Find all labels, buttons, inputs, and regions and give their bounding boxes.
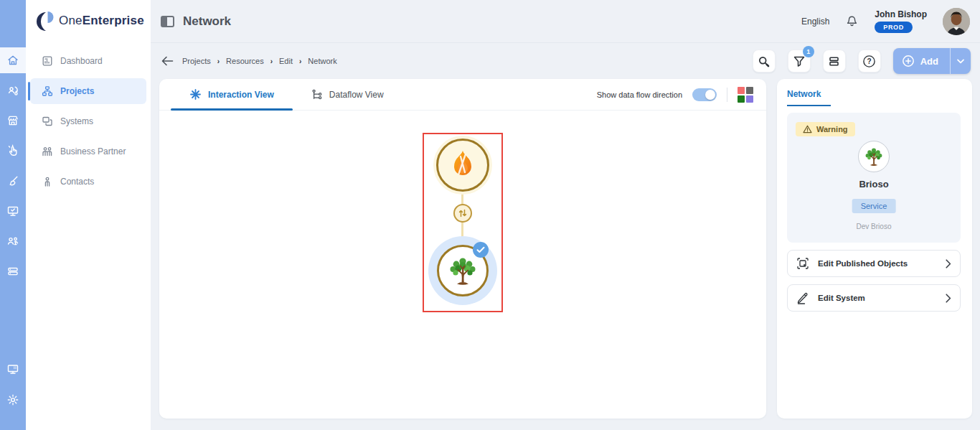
- user-menu[interactable]: John Bishop PROD: [875, 9, 927, 33]
- entity-subtitle: Dev Brioso: [787, 223, 961, 230]
- plus-circle-icon: [902, 55, 915, 67]
- avatar[interactable]: [943, 8, 970, 35]
- users-icon: [6, 235, 19, 248]
- sidebar-item-business-partner[interactable]: Business Partner: [26, 136, 151, 167]
- rail-item-users[interactable]: [0, 228, 26, 254]
- sidebar-item-dashboard[interactable]: Dashboard: [26, 46, 151, 76]
- add-dropdown-button[interactable]: [950, 48, 971, 74]
- rail-item-paintbrush[interactable]: [0, 168, 26, 194]
- rail-item-monitor-apps[interactable]: [0, 356, 26, 382]
- panel-toggle-icon[interactable]: [161, 16, 174, 27]
- rail-item-server[interactable]: [0, 258, 26, 284]
- object-select-icon: [796, 257, 809, 270]
- rail-item-home[interactable]: [0, 47, 26, 73]
- rail-item-user-sync[interactable]: [0, 78, 26, 103]
- entity-card: Warning Brioso Service Dev Brioso: [787, 113, 961, 243]
- business-partner-icon: [42, 146, 53, 157]
- tab-dataflow-view[interactable]: Dataflow View: [293, 79, 402, 110]
- language-selector[interactable]: English: [801, 17, 829, 27]
- breadcrumb-item[interactable]: Projects: [182, 57, 211, 65]
- breadcrumb-row: Projects› Resources› Edit› Network 1 ?: [151, 43, 980, 79]
- rows-icon: [828, 55, 840, 67]
- sidebar-item-contacts[interactable]: Contacts: [26, 167, 151, 197]
- monitor-apps-icon: [6, 363, 19, 375]
- add-split-button: Add: [893, 48, 971, 74]
- rail-item-settings[interactable]: [0, 387, 26, 413]
- help-button[interactable]: ?: [858, 50, 881, 73]
- sidebar-item-projects[interactable]: Projects: [26, 76, 151, 106]
- header: Network English John Bishop PROD: [151, 0, 980, 43]
- search-button[interactable]: [753, 50, 776, 73]
- filter-icon: [793, 55, 806, 67]
- sidebar-item-label: Systems: [60, 116, 93, 126]
- dataflow-toggle-label: Show data flow direction: [597, 90, 682, 99]
- selected-check-icon: [473, 242, 489, 258]
- notification-bell-icon[interactable]: [845, 14, 859, 28]
- add-button[interactable]: Add: [893, 48, 950, 74]
- help-icon: ?: [862, 55, 876, 68]
- monitor-check-icon: [6, 205, 19, 218]
- page-title: Network: [183, 14, 231, 29]
- rail-item-monitor-check[interactable]: [0, 198, 26, 224]
- filter-button[interactable]: 1: [788, 50, 811, 73]
- sidebar-menu: OneEnterprise Dashboard Projects Systems…: [26, 0, 151, 430]
- filter-count-badge: 1: [803, 46, 814, 57]
- sidebar-item-label: Contacts: [60, 177, 94, 187]
- node-flame-system[interactable]: [436, 139, 489, 192]
- warning-icon: [803, 125, 812, 134]
- user-sync-icon: [6, 84, 19, 97]
- edit-published-objects-button[interactable]: Edit Published Objects: [787, 250, 961, 277]
- rail-item-hand-click[interactable]: [0, 138, 26, 164]
- env-badge: PROD: [875, 22, 912, 33]
- contact-icon: [42, 176, 53, 187]
- exchange-connector-icon[interactable]: [453, 204, 472, 223]
- tab-network-details[interactable]: Network: [787, 89, 831, 106]
- entity-type-badge: Service: [852, 199, 896, 213]
- snowflake-icon: [189, 88, 202, 101]
- tree-icon: [863, 146, 885, 167]
- detail-panel: Network Warning Brioso Service Dev Brios…: [777, 79, 972, 419]
- org-chart-icon: [42, 85, 53, 97]
- sidebar-item-label: Dashboard: [60, 56, 103, 66]
- svg-text:?: ?: [867, 57, 872, 65]
- tree-icon: [446, 254, 479, 287]
- color-grid-icon[interactable]: [738, 87, 753, 103]
- breadcrumb-item[interactable]: Edit: [279, 57, 293, 65]
- canvas-tabs: Interaction View Dataflow View Show data…: [159, 79, 766, 111]
- entity-avatar: [858, 141, 890, 172]
- app-root: OneEnterprise Dashboard Projects Systems…: [0, 0, 980, 430]
- sidebar-item-label: Business Partner: [60, 146, 126, 156]
- breadcrumb-item[interactable]: Resources: [226, 57, 264, 65]
- search-icon: [758, 55, 770, 67]
- network-canvas[interactable]: Interaction View Dataflow View Show data…: [159, 79, 766, 419]
- chevron-right-icon: [946, 294, 951, 303]
- entity-name: Brioso: [787, 179, 961, 190]
- tab-interaction-view[interactable]: Interaction View: [171, 79, 293, 110]
- breadcrumb-item[interactable]: Network: [308, 57, 336, 65]
- sidebar-item-systems[interactable]: Systems: [26, 106, 151, 136]
- dashboard-icon: [42, 55, 53, 67]
- flame-icon: [448, 149, 477, 181]
- layout-rows-button[interactable]: [823, 50, 846, 73]
- dataflow-toggle[interactable]: [692, 88, 717, 101]
- edit-system-button[interactable]: Edit System: [787, 284, 961, 312]
- back-button[interactable]: [161, 56, 174, 66]
- brand-name: OneEnterprise: [59, 14, 144, 28]
- icon-rail: [0, 0, 26, 430]
- chevron-down-icon: [957, 59, 964, 64]
- pencil-icon: [796, 291, 809, 304]
- brand-logo[interactable]: OneEnterprise: [36, 9, 144, 33]
- breadcrumb: Projects› Resources› Edit› Network: [182, 57, 337, 65]
- chevron-right-icon: [946, 259, 951, 268]
- store-icon: [6, 114, 19, 127]
- rail-item-store[interactable]: [0, 108, 26, 134]
- hand-click-icon: [6, 144, 19, 157]
- gear-icon: [6, 393, 19, 406]
- sidebar-item-label: Projects: [60, 86, 94, 96]
- brand-mark-icon: [36, 9, 57, 33]
- server-icon: [6, 265, 19, 278]
- warning-badge: Warning: [796, 122, 855, 136]
- systems-icon: [42, 116, 53, 127]
- user-name: John Bishop: [875, 9, 927, 19]
- home-icon: [6, 54, 19, 67]
